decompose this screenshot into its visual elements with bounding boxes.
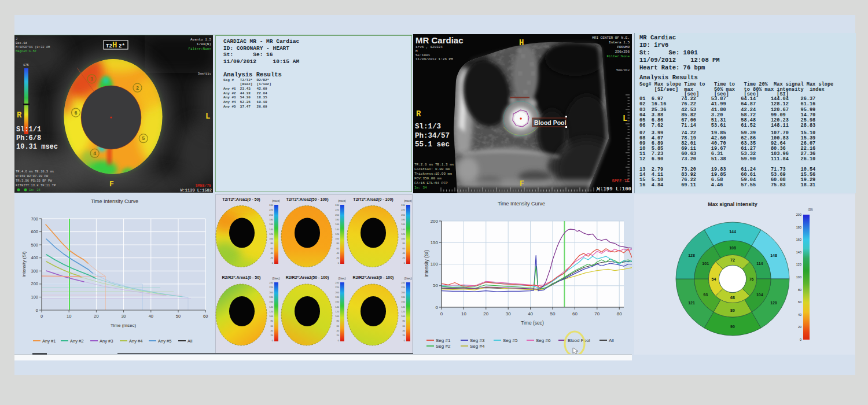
svg-text:(1/sec): (1/sec) — [272, 277, 280, 280]
svg-text:Any #3: Any #3 — [100, 338, 113, 344]
svg-text:200: 200 — [269, 291, 273, 294]
svg-text:20: 20 — [337, 334, 340, 337]
svg-text:T2/T2*:Area3(0 - 100): T2/T2*:Area3(0 - 100) — [353, 197, 393, 202]
svg-text:180: 180 — [401, 218, 405, 221]
svg-text:121: 121 — [688, 301, 695, 305]
svg-text:90: 90 — [730, 325, 735, 329]
svg-text:200: 200 — [335, 213, 339, 216]
svg-text:T2/T2*:Area1(0 - 50): T2/T2*:Area1(0 - 50) — [222, 197, 260, 202]
svg-text:Time Intensity Curve: Time Intensity Curve — [498, 201, 545, 207]
svg-text:160: 160 — [269, 223, 273, 226]
svg-text:120: 120 — [796, 263, 801, 266]
svg-text:220: 220 — [335, 286, 339, 289]
svg-text:30: 30 — [506, 311, 511, 316]
svg-text:PROUMR: PROUMR — [617, 45, 630, 49]
svg-text:80: 80 — [403, 242, 406, 245]
svg-text:20: 20 — [403, 334, 406, 337]
svg-text:SPEE:75: SPEE:75 — [612, 179, 629, 183]
svg-text:60: 60 — [403, 247, 406, 250]
svg-text:Avanto 1.5: Avanto 1.5 — [190, 38, 211, 42]
svg-text:60: 60 — [271, 325, 274, 327]
svg-text:80: 80 — [337, 319, 340, 322]
svg-text:4: 4 — [93, 151, 96, 157]
svg-text:All: All — [609, 338, 614, 343]
svg-text:93: 93 — [703, 293, 708, 297]
svg-text:108: 108 — [729, 246, 736, 250]
svg-text:(1/sec): (1/sec) — [338, 277, 346, 280]
svg-text:200: 200 — [431, 219, 439, 224]
svg-text:0: 0 — [436, 305, 439, 310]
svg-text:(1/sec): (1/sec) — [404, 277, 412, 280]
svg-text:40: 40 — [149, 314, 153, 319]
svg-text:0: 0 — [36, 308, 38, 313]
svg-text:Blood Pool: Blood Pool — [568, 338, 590, 343]
svg-text:TR:3.96 PS:35 BF PW: TR:3.96 PS:35 BF PW — [16, 179, 52, 183]
svg-text:L: L — [623, 114, 627, 123]
svg-text:128: 128 — [688, 253, 695, 257]
svg-text:40: 40 — [271, 252, 274, 255]
svg-text:2*: 2* — [119, 43, 125, 49]
svg-text:100: 100 — [31, 294, 38, 300]
svg-text:160: 160 — [401, 300, 405, 303]
svg-text:100: 100 — [401, 315, 405, 318]
svg-text:180: 180 — [401, 296, 405, 299]
svg-text:180: 180 — [335, 218, 339, 221]
svg-text:2: 2 — [136, 86, 139, 91]
svg-text:160: 160 — [269, 300, 273, 303]
svg-text:140: 140 — [335, 228, 339, 231]
svg-text:80: 80 — [337, 242, 340, 245]
svg-text:Max signal intensity: Max signal intensity — [708, 201, 757, 207]
svg-text:100: 100 — [401, 237, 405, 240]
svg-text:120: 120 — [335, 310, 339, 313]
svg-text:140: 140 — [796, 251, 801, 254]
svg-text:76: 76 — [749, 277, 754, 281]
svg-text:60: 60 — [337, 247, 340, 250]
svg-text:220: 220 — [401, 208, 405, 211]
svg-text:5: 5 — [142, 136, 145, 142]
svg-text:30: 30 — [121, 314, 126, 319]
svg-text:SMEE/75: SMEE/75 — [196, 184, 211, 188]
svg-text:(msec): (msec) — [338, 200, 346, 203]
svg-text:Filter:None: Filter:None — [188, 47, 211, 51]
svg-text:220: 220 — [269, 286, 273, 289]
svg-text:Time Intensity Curve: Time Intensity Curve — [91, 198, 138, 204]
svg-text:Ph:34/57: Ph:34/57 — [415, 132, 450, 140]
svg-text:80: 80 — [798, 288, 801, 292]
svg-text:20: 20 — [271, 334, 274, 337]
svg-text:80: 80 — [403, 319, 406, 322]
svg-text:R2/R2*:Area3(0 - 100): R2/R2*:Area3(0 - 100) — [353, 275, 394, 280]
svg-text:40: 40 — [337, 329, 340, 332]
svg-text:150: 150 — [431, 240, 439, 245]
svg-text:W:168 W2:87.38 PW: W:168 W2:87.38 PW — [16, 174, 49, 178]
svg-text:175: 175 — [23, 63, 29, 67]
svg-text:5mm/div: 5mm/div — [616, 68, 630, 72]
svg-text:R2/R2*:Area1(0 - 50): R2/R2*:Area1(0 - 50) — [222, 275, 261, 280]
svg-text:Intensity (SI): Intensity (SI) — [21, 251, 27, 277]
svg-text:MRI CENTER OF N.E.: MRI CENTER OF N.E. — [592, 36, 630, 40]
svg-text:Seg #1: Seg #1 — [436, 338, 451, 343]
svg-text:60: 60 — [798, 300, 801, 304]
svg-text:60: 60 — [337, 325, 340, 327]
svg-text:irv6 , 128324: irv6 , 128324 — [415, 45, 443, 49]
svg-text:50: 50 — [550, 311, 556, 316]
svg-text:144: 144 — [729, 230, 736, 234]
svg-text:240: 240 — [335, 281, 339, 284]
svg-text:Seg #5: Seg #5 — [503, 338, 518, 343]
svg-text:80: 80 — [730, 308, 735, 312]
svg-text:40: 40 — [403, 252, 406, 255]
svg-text:200: 200 — [401, 291, 405, 294]
svg-text:700: 700 — [31, 216, 38, 222]
svg-text:Se:1001: Se:1001 — [415, 53, 431, 57]
svg-text:240: 240 — [269, 281, 273, 284]
svg-text:148: 148 — [770, 253, 777, 257]
svg-text:Im: 34: Im: 34 — [414, 186, 427, 190]
svg-text:40: 40 — [403, 329, 406, 332]
svg-text:240: 240 — [335, 204, 339, 207]
svg-text:Sl:1/1: Sl:1/1 — [16, 126, 41, 134]
svg-text:11/09/2012 1:26 PM: 11/09/2012 1:26 PM — [415, 57, 453, 61]
svg-text:10.31 msec: 10.31 msec — [16, 143, 58, 151]
svg-text:5mm/div: 5mm/div — [198, 72, 212, 76]
svg-text:20: 20 — [94, 314, 98, 319]
svg-text:100: 100 — [335, 237, 339, 240]
svg-text:FA:15 ETL:54 PFP: FA:15 ETL:54 PFP — [414, 181, 448, 185]
